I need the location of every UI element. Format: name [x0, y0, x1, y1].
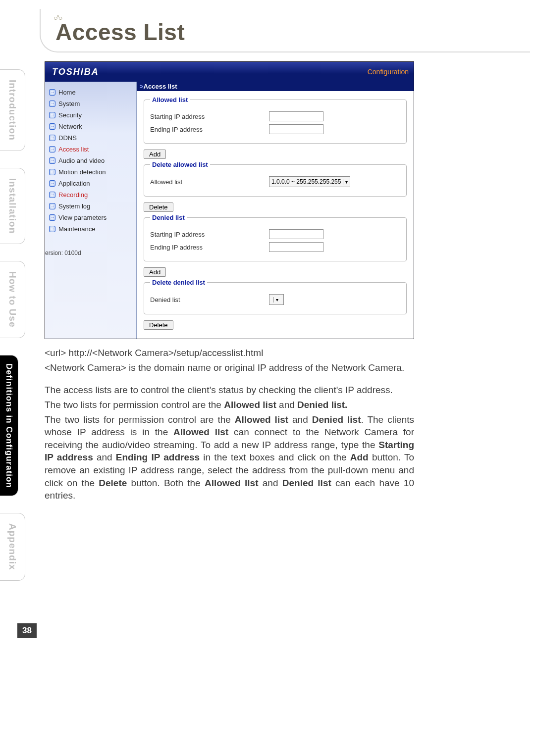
- denied-start-ip-label: Starting IP address: [150, 231, 269, 238]
- allowed-list-fieldset: Allowed list Starting IP address Ending …: [144, 96, 407, 144]
- delete-allowed-fieldset: Delete allowed list Allowed list 1.0.0.0…: [144, 161, 407, 197]
- allowed-list-select[interactable]: 1.0.0.0 ~ 255.255.255.255 ▾: [269, 176, 350, 187]
- nav-label: Audio and video: [58, 157, 105, 164]
- nav-label: Recording: [58, 191, 88, 199]
- arrow-icon: [49, 180, 55, 187]
- select-value: 1.0.0.0 ~ 255.255.255.255: [271, 178, 341, 185]
- tab-installation[interactable]: Installation: [0, 168, 25, 244]
- arrow-icon: [49, 89, 55, 96]
- nav-access-list[interactable]: Access list: [48, 144, 133, 155]
- delete-allowed-legend: Delete allowed list: [150, 161, 210, 168]
- chevron-down-icon: ▾: [273, 297, 278, 302]
- denied-list-fieldset: Denied list Starting IP address Ending I…: [144, 214, 407, 261]
- tab-how-to-use[interactable]: How to Use: [0, 261, 25, 338]
- nav-label: View parameters: [58, 214, 107, 221]
- denied-legend: Denied list: [150, 214, 187, 221]
- tab-appendix[interactable]: Appendix: [0, 513, 25, 581]
- arrow-icon: [49, 157, 55, 164]
- breadcrumb-bar: >Access list: [137, 82, 414, 91]
- nav-system[interactable]: System: [48, 98, 133, 109]
- page-title: Access List: [55, 19, 530, 46]
- title-area: ○ ° ○ Access List: [40, 9, 530, 52]
- paragraph-2: The two lists for permission control are…: [45, 399, 414, 411]
- delete-denied-legend: Delete denied list: [150, 279, 207, 286]
- tab-introduction[interactable]: Introduction: [0, 69, 25, 151]
- nav-system-log[interactable]: System log: [48, 201, 133, 212]
- arrow-icon: [49, 135, 55, 141]
- nav-label: Motion detection: [58, 168, 106, 176]
- nav-home[interactable]: Home: [48, 87, 133, 98]
- nav-label: System log: [58, 202, 90, 210]
- allowed-end-ip-input[interactable]: [269, 124, 323, 134]
- arrow-icon: [49, 203, 55, 209]
- brand-logo: TOSHIBA: [52, 67, 99, 77]
- nav-label: Access list: [58, 146, 89, 153]
- url-line: <url> http://<Network Camera>/setup/acce…: [45, 347, 414, 359]
- arrow-icon: [49, 146, 55, 152]
- start-ip-label: Starting IP address: [150, 113, 269, 120]
- chevron-down-icon: ▾: [343, 179, 348, 185]
- delete-denied-fieldset: Delete denied list Denied list ▾: [144, 279, 407, 314]
- nav-network[interactable]: Network: [48, 121, 133, 132]
- nav-security[interactable]: Security: [48, 109, 133, 121]
- panel-header: TOSHIBA Configuration: [45, 62, 414, 82]
- content-column: >Access list Allowed list Starting IP ad…: [137, 82, 414, 339]
- body-text: <url> http://<Network Camera>/setup/acce…: [45, 347, 414, 504]
- denied-add-button[interactable]: Add: [144, 267, 166, 277]
- denied-start-ip-input[interactable]: [269, 229, 323, 239]
- breadcrumb-text: Access list: [144, 83, 177, 90]
- configuration-link[interactable]: Configuration: [368, 68, 409, 76]
- denied-end-ip-input[interactable]: [269, 242, 323, 252]
- side-tab-group: Introduction Installation How to Use Def…: [0, 69, 35, 598]
- allowed-add-button[interactable]: Add: [144, 150, 166, 159]
- paragraph-3: The two lists for permission control are…: [45, 413, 414, 502]
- denied-end-ip-label: Ending IP address: [150, 244, 269, 251]
- allowed-start-ip-input[interactable]: [269, 111, 323, 121]
- tab-definitions-in-configuration[interactable]: Definitions in Configuration: [0, 355, 18, 497]
- arrow-icon: [49, 192, 55, 198]
- nav-motion-detection[interactable]: Motion detection: [48, 166, 133, 178]
- allowed-delete-button[interactable]: Delete: [144, 202, 173, 212]
- nav-ddns[interactable]: DDNS: [48, 132, 133, 144]
- denied-delete-button[interactable]: Delete: [144, 320, 173, 330]
- arrow-icon: [49, 101, 55, 107]
- arrow-icon: [49, 226, 55, 232]
- chevron-icon: >: [140, 83, 144, 90]
- config-panel: TOSHIBA Configuration Home System Securi…: [45, 61, 414, 339]
- nav-label: DDNS: [58, 134, 77, 142]
- nav-label: Maintenance: [58, 225, 95, 233]
- nav-recording[interactable]: Recording: [48, 189, 133, 201]
- allowed-legend: Allowed list: [150, 96, 190, 103]
- arrow-icon: [49, 123, 55, 130]
- version-text: ersion: 0100d: [45, 250, 133, 256]
- arrow-icon: [49, 214, 55, 221]
- nav-label: System: [58, 100, 80, 107]
- url-note: <Network Camera> is the domain name or o…: [45, 361, 414, 374]
- nav-label: Home: [58, 89, 76, 96]
- nav-label: Security: [58, 111, 82, 119]
- paragraph-1: The access lists are to control the clie…: [45, 384, 414, 397]
- denied-list-label: Denied list: [150, 296, 269, 303]
- nav-label: Application: [58, 180, 90, 187]
- nav-maintenance[interactable]: Maintenance: [48, 223, 133, 235]
- nav-label: Network: [58, 123, 82, 130]
- arrow-icon: [49, 169, 55, 175]
- allowed-list-label: Allowed list: [150, 178, 269, 186]
- denied-list-select[interactable]: ▾: [269, 294, 284, 305]
- arrow-icon: [49, 112, 55, 118]
- nav-view-parameters[interactable]: View parameters: [48, 212, 133, 223]
- nav-application[interactable]: Application: [48, 178, 133, 189]
- nav-audio-video[interactable]: Audio and video: [48, 155, 133, 166]
- end-ip-label: Ending IP address: [150, 126, 269, 133]
- page-number: 38: [17, 623, 37, 638]
- nav-sidebar: Home System Security Network DDNS Access…: [45, 82, 137, 339]
